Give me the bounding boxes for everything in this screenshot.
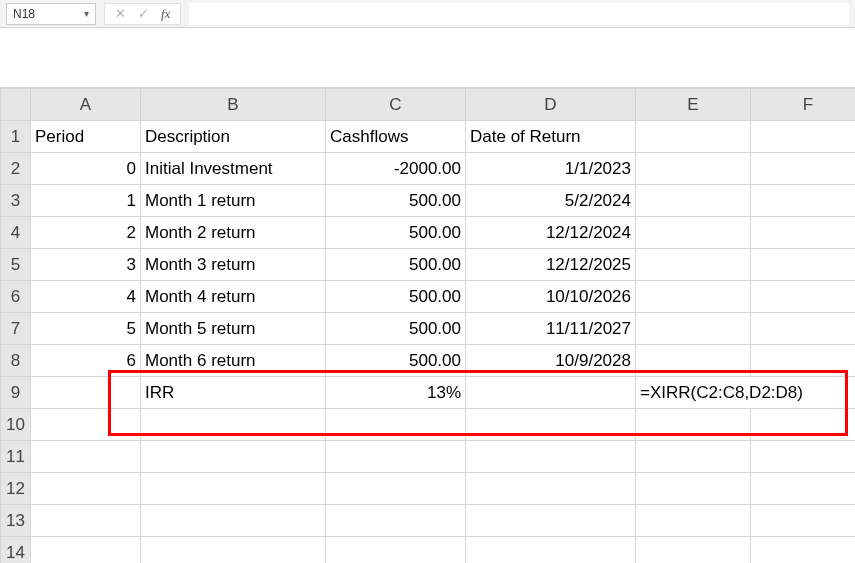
row-head[interactable]: 3 bbox=[1, 185, 31, 217]
cell[interactable] bbox=[326, 409, 466, 441]
cell[interactable]: 500.00 bbox=[326, 249, 466, 281]
cell[interactable] bbox=[636, 505, 751, 537]
cell[interactable] bbox=[141, 505, 326, 537]
row-head[interactable]: 7 bbox=[1, 313, 31, 345]
cell[interactable] bbox=[326, 441, 466, 473]
cell[interactable]: 4 bbox=[31, 281, 141, 313]
cell[interactable] bbox=[636, 217, 751, 249]
cell-formula[interactable]: =XIRR(C2:C8,D2:D8) bbox=[636, 377, 856, 409]
cell[interactable] bbox=[636, 249, 751, 281]
row-head[interactable]: 12 bbox=[1, 473, 31, 505]
cell[interactable]: 12/12/2024 bbox=[466, 217, 636, 249]
cell[interactable] bbox=[751, 441, 856, 473]
cell[interactable]: Initial Investment bbox=[141, 153, 326, 185]
cell[interactable] bbox=[31, 409, 141, 441]
cell[interactable] bbox=[466, 537, 636, 564]
cell[interactable]: 500.00 bbox=[326, 313, 466, 345]
cell[interactable]: 0 bbox=[31, 153, 141, 185]
name-box[interactable]: N18 ▾ bbox=[6, 3, 96, 25]
row-head[interactable]: 9 bbox=[1, 377, 31, 409]
cell[interactable] bbox=[31, 377, 141, 409]
cell[interactable] bbox=[636, 537, 751, 564]
cell[interactable] bbox=[636, 409, 751, 441]
cell[interactable] bbox=[326, 537, 466, 564]
cell[interactable] bbox=[326, 473, 466, 505]
row-head[interactable]: 4 bbox=[1, 217, 31, 249]
cell[interactable] bbox=[636, 345, 751, 377]
cell[interactable] bbox=[31, 441, 141, 473]
cell[interactable]: -2000.00 bbox=[326, 153, 466, 185]
cell[interactable]: 13% bbox=[326, 377, 466, 409]
cell[interactable]: Description bbox=[141, 121, 326, 153]
col-head-A[interactable]: A bbox=[31, 89, 141, 121]
cell[interactable] bbox=[31, 505, 141, 537]
cell[interactable]: 12/12/2025 bbox=[466, 249, 636, 281]
cell[interactable]: IRR bbox=[141, 377, 326, 409]
cell[interactable] bbox=[31, 537, 141, 564]
cell[interactable]: Date of Return bbox=[466, 121, 636, 153]
cell[interactable] bbox=[636, 121, 751, 153]
col-head-C[interactable]: C bbox=[326, 89, 466, 121]
cell[interactable]: 500.00 bbox=[326, 281, 466, 313]
cell[interactable] bbox=[141, 473, 326, 505]
cell[interactable]: 1 bbox=[31, 185, 141, 217]
cell[interactable] bbox=[751, 345, 856, 377]
cell[interactable] bbox=[636, 473, 751, 505]
cell[interactable]: Period bbox=[31, 121, 141, 153]
col-head-D[interactable]: D bbox=[466, 89, 636, 121]
cell[interactable] bbox=[466, 377, 636, 409]
cell[interactable] bbox=[141, 537, 326, 564]
col-head-F[interactable]: F bbox=[751, 89, 856, 121]
row-head[interactable]: 13 bbox=[1, 505, 31, 537]
cell[interactable]: 3 bbox=[31, 249, 141, 281]
cell[interactable] bbox=[466, 441, 636, 473]
cell[interactable]: 2 bbox=[31, 217, 141, 249]
cell[interactable]: 6 bbox=[31, 345, 141, 377]
cell[interactable]: 5 bbox=[31, 313, 141, 345]
cell[interactable] bbox=[751, 249, 856, 281]
cell[interactable]: 500.00 bbox=[326, 345, 466, 377]
cell[interactable] bbox=[751, 409, 856, 441]
cell[interactable] bbox=[751, 537, 856, 564]
row-head[interactable]: 5 bbox=[1, 249, 31, 281]
cell[interactable] bbox=[636, 441, 751, 473]
cell[interactable]: 11/11/2027 bbox=[466, 313, 636, 345]
cell[interactable]: Month 2 return bbox=[141, 217, 326, 249]
cell[interactable] bbox=[466, 409, 636, 441]
cell[interactable] bbox=[751, 185, 856, 217]
select-all-corner[interactable] bbox=[1, 89, 31, 121]
cell[interactable]: 500.00 bbox=[326, 185, 466, 217]
cell[interactable]: Month 5 return bbox=[141, 313, 326, 345]
cell[interactable]: 1/1/2023 bbox=[466, 153, 636, 185]
formula-input[interactable] bbox=[189, 3, 849, 25]
row-head[interactable]: 2 bbox=[1, 153, 31, 185]
cell[interactable]: 10/9/2028 bbox=[466, 345, 636, 377]
cell[interactable] bbox=[636, 313, 751, 345]
cell[interactable]: Month 3 return bbox=[141, 249, 326, 281]
cell[interactable] bbox=[466, 473, 636, 505]
cell[interactable] bbox=[31, 473, 141, 505]
cell[interactable] bbox=[751, 217, 856, 249]
col-head-E[interactable]: E bbox=[636, 89, 751, 121]
cell[interactable]: 10/10/2026 bbox=[466, 281, 636, 313]
cell[interactable] bbox=[751, 281, 856, 313]
cell[interactable] bbox=[326, 505, 466, 537]
cell[interactable] bbox=[636, 153, 751, 185]
cell[interactable]: 5/2/2024 bbox=[466, 185, 636, 217]
row-head[interactable]: 14 bbox=[1, 537, 31, 564]
cell[interactable] bbox=[636, 281, 751, 313]
cell[interactable]: Month 1 return bbox=[141, 185, 326, 217]
row-head[interactable]: 1 bbox=[1, 121, 31, 153]
cell[interactable] bbox=[141, 441, 326, 473]
cell[interactable] bbox=[751, 313, 856, 345]
row-head[interactable]: 10 bbox=[1, 409, 31, 441]
cell[interactable] bbox=[751, 153, 856, 185]
cancel-icon[interactable]: ✕ bbox=[115, 7, 126, 20]
row-head[interactable]: 6 bbox=[1, 281, 31, 313]
confirm-icon[interactable]: ✓ bbox=[138, 7, 149, 20]
row-head[interactable]: 11 bbox=[1, 441, 31, 473]
cell[interactable] bbox=[751, 121, 856, 153]
col-head-B[interactable]: B bbox=[141, 89, 326, 121]
cell[interactable]: 500.00 bbox=[326, 217, 466, 249]
cell[interactable]: Month 4 return bbox=[141, 281, 326, 313]
